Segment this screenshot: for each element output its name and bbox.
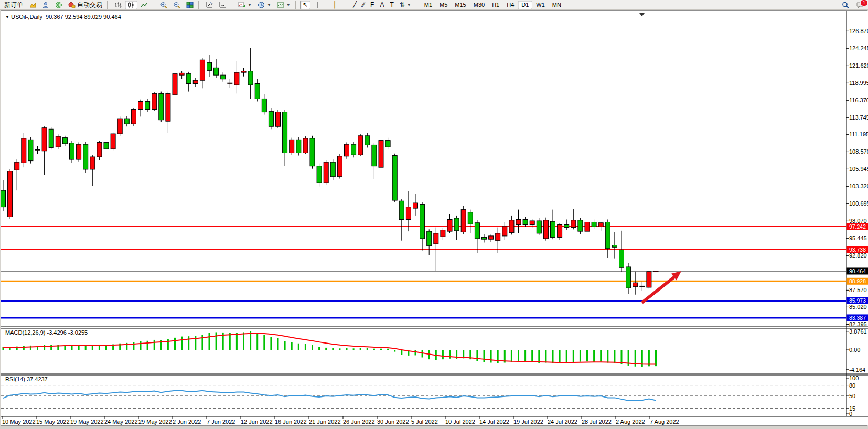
arrows-tool-button[interactable]: ⇅ ▼ (397, 1, 414, 9)
channel-tool-button[interactable]: ∕∕ (360, 1, 367, 9)
timeframe-M30[interactable]: M30 (470, 1, 488, 9)
vertical-line-tool-button[interactable]: │ (330, 1, 340, 9)
auto-trading-label: 自动交易 (77, 1, 102, 9)
bar-chart-button[interactable] (112, 1, 124, 9)
auto-trading-button[interactable]: 自动交易 (66, 1, 105, 9)
horizontal-line-icon: ─ (342, 2, 347, 8)
cursor-icon: ↖ (303, 2, 308, 8)
notification-badge: 1 (860, 0, 868, 6)
equidistant-channel-icon: ∕∕ (362, 2, 365, 8)
svg-text:85.020: 85.020 (849, 304, 867, 310)
arrows-icon: ⇅ (400, 2, 405, 8)
svg-text:85.973: 85.973 (849, 297, 866, 304)
svg-text:97.242: 97.242 (849, 223, 866, 230)
signals-icon (55, 2, 62, 8)
templates-icon (277, 2, 284, 8)
profile-icon (42, 2, 49, 8)
vertical-line-icon: │ (333, 2, 337, 8)
svg-text:10 Jul 2022: 10 Jul 2022 (445, 419, 475, 425)
svg-text:2 Jun 2022: 2 Jun 2022 (173, 419, 201, 425)
svg-text:28 Jul 2022: 28 Jul 2022 (582, 419, 612, 425)
svg-text:24 Jul 2022: 24 Jul 2022 (548, 419, 577, 425)
toolbar-separator (416, 1, 419, 9)
svg-text:113.745: 113.745 (849, 114, 868, 121)
line-chart-icon (141, 2, 148, 8)
svg-text:88.928: 88.928 (849, 278, 866, 284)
line-chart-button[interactable] (138, 1, 151, 9)
toolbar-separator (295, 1, 298, 9)
timeframe-M5[interactable]: M5 (436, 1, 451, 9)
chevron-down-icon: ▼ (248, 3, 252, 7)
chart-shift-icon (206, 2, 213, 8)
svg-text:124.245: 124.245 (849, 45, 868, 51)
tile-windows-button[interactable] (184, 1, 196, 9)
zoom-out-icon (173, 2, 180, 8)
chevron-down-icon: ▼ (267, 3, 271, 7)
periods-button[interactable]: ▼ (255, 1, 274, 9)
chevron-down-icon: ▼ (286, 3, 291, 7)
market-watch-button[interactable] (26, 1, 39, 9)
search-button[interactable] (839, 1, 852, 9)
auto-scroll-button[interactable] (216, 1, 229, 9)
svg-text:121.620: 121.620 (849, 62, 868, 69)
svg-text:108.570: 108.570 (849, 148, 868, 155)
zoom-out-button[interactable] (170, 1, 183, 9)
profile-button[interactable] (39, 1, 52, 9)
svg-text:3.8761: 3.8761 (849, 328, 867, 335)
timeframe-M15[interactable]: M15 (451, 1, 469, 9)
svg-text:5 Jul 2022: 5 Jul 2022 (411, 419, 438, 425)
svg-text:19 Jul 2022: 19 Jul 2022 (513, 419, 543, 425)
trendline-icon: ╱ (353, 2, 357, 8)
fibonacci-icon: F (370, 2, 374, 8)
crosshair-icon (314, 2, 321, 8)
chart-window[interactable]: 126.870124.245121.620118.995116.370113.7… (1, 10, 867, 426)
trendline-tool-button[interactable]: ╱ (350, 1, 359, 9)
crosshair-tool-button[interactable] (311, 1, 324, 9)
svg-text:7 Aug 2022: 7 Aug 2022 (650, 419, 679, 425)
chart-shift-button[interactable] (203, 1, 216, 9)
chat-button[interactable]: 1 (854, 1, 866, 9)
toolbar-separator (153, 1, 155, 9)
svg-text:19 May 2022: 19 May 2022 (70, 419, 104, 425)
svg-text:80: 80 (849, 382, 855, 389)
timeframe-M1[interactable]: M1 (421, 1, 436, 9)
svg-text:95.445: 95.445 (849, 235, 867, 241)
svg-text:111.195: 111.195 (849, 131, 868, 137)
templates-button[interactable]: ▼ (274, 1, 293, 9)
svg-text:0.00: 0.00 (849, 347, 860, 353)
new-order-button[interactable]: 新订单 (2, 1, 26, 9)
timeframe-H4[interactable]: H4 (503, 1, 518, 9)
svg-text:2 Aug 2022: 2 Aug 2022 (616, 419, 645, 425)
timeframe-H1[interactable]: H1 (488, 1, 503, 9)
svg-text:50: 50 (849, 393, 855, 399)
svg-text:21 Jun 2022: 21 Jun 2022 (309, 419, 341, 425)
svg-text:103.320: 103.320 (849, 183, 868, 189)
price-chart[interactable]: 126.870124.245121.620118.995116.370113.7… (1, 11, 868, 425)
svg-text:126.870: 126.870 (849, 28, 868, 34)
text-label-tool-button[interactable]: T (387, 1, 396, 9)
cursor-tool-button[interactable]: ↖ (300, 1, 310, 9)
fibonacci-tool-button[interactable]: F (368, 1, 377, 9)
clock-icon (258, 2, 265, 8)
signals-button[interactable] (52, 1, 65, 9)
horizontal-line-tool-button[interactable]: ─ (340, 1, 350, 9)
market-watch-icon (29, 2, 36, 8)
svg-text:14 Jul 2022: 14 Jul 2022 (479, 419, 509, 425)
svg-text:118.995: 118.995 (849, 80, 868, 86)
candlestick-chart-icon (127, 2, 135, 8)
tile-windows-icon (186, 2, 194, 8)
zoom-in-icon (160, 2, 167, 8)
timeframe-MN[interactable]: MN (549, 1, 565, 9)
chevron-down-icon: ▼ (407, 3, 411, 7)
candlestick-chart-button[interactable] (125, 1, 137, 9)
toolbar-separator (198, 1, 201, 9)
new-order-label: 新订单 (4, 1, 23, 9)
indicators-button[interactable]: ▼ (235, 1, 254, 9)
text-tool-button[interactable]: A (377, 1, 387, 9)
timeframe-D1[interactable]: D1 (518, 1, 532, 9)
timeframe-W1[interactable]: W1 (532, 1, 549, 9)
bar-chart-icon (114, 2, 122, 8)
auto-scroll-icon (219, 2, 226, 8)
svg-text:83.387: 83.387 (849, 315, 866, 321)
zoom-in-button[interactable] (157, 1, 170, 9)
